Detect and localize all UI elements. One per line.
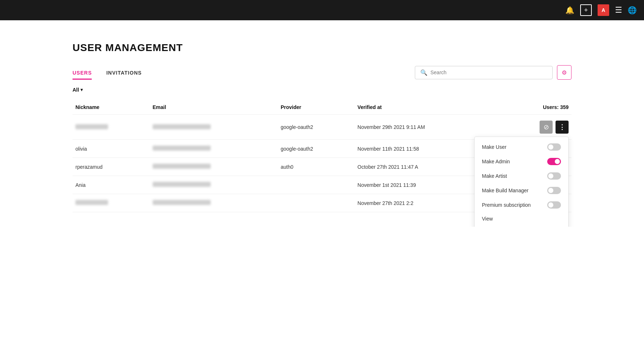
dropdown-make-user[interactable]: Make User — [475, 140, 568, 154]
table-header-row: Nickname Email Provider Verified at User… — [73, 100, 571, 115]
toggle-make-artist[interactable] — [547, 172, 561, 180]
filter-button[interactable]: ⚙ — [557, 65, 571, 80]
dropdown-view[interactable]: View — [475, 212, 568, 225]
dropdown-premium-label: Premium subscription — [482, 202, 531, 208]
cell-actions: ⊘ ⋮ Make User — [501, 115, 571, 140]
dropdown-make-admin-label: Make Admin — [482, 159, 510, 164]
col-verified-at: Verified at — [355, 100, 501, 115]
cell-provider — [278, 194, 355, 212]
top-nav: 🔔 + A ☰ 🌐 — [0, 0, 644, 20]
ban-button[interactable]: ⊘ — [540, 121, 553, 134]
toggle-premium[interactable] — [547, 201, 561, 209]
tabs: USERS INVITATIONS — [73, 70, 142, 80]
col-users-count: Users: 359 — [501, 100, 571, 115]
toggle-knob — [548, 144, 553, 150]
cell-email — [150, 176, 278, 194]
globe-icon[interactable]: 🌐 — [628, 6, 637, 14]
search-input[interactable] — [430, 70, 547, 75]
dropdown-premium-subscription[interactable]: Premium subscription — [475, 198, 568, 212]
blurred-nickname — [75, 124, 108, 129]
filter-row: All ▾ — [73, 87, 571, 93]
search-filter-row: 🔍 ⚙ — [415, 65, 571, 80]
dropdown-make-build-manager[interactable]: Make Build Manager — [475, 183, 568, 198]
cell-email — [150, 158, 278, 176]
table-row: google-oauth2 November 29th 2021 9:11 AM… — [73, 115, 571, 140]
cell-provider: google-oauth2 — [278, 115, 355, 140]
toggle-knob-build-manager — [548, 188, 553, 193]
hamburger-icon[interactable]: ☰ — [615, 5, 622, 15]
cell-nickname — [73, 115, 150, 140]
tabs-search-row: USERS INVITATIONS 🔍 ⚙ — [73, 65, 571, 80]
notification-icon[interactable]: 🔔 — [565, 6, 574, 14]
tab-users[interactable]: USERS — [73, 70, 92, 80]
cell-provider: google-oauth2 — [278, 140, 355, 158]
col-email: Email — [150, 100, 278, 115]
cell-nickname — [73, 194, 150, 212]
dropdown-make-build-manager-label: Make Build Manager — [482, 188, 528, 193]
dropdown-make-admin[interactable]: Make Admin — [475, 154, 568, 169]
toggle-knob-artist — [548, 173, 553, 179]
search-box: 🔍 — [415, 66, 553, 79]
blurred-email — [153, 124, 211, 129]
avatar[interactable]: A — [598, 4, 609, 16]
more-button[interactable]: ⋮ — [556, 121, 569, 134]
dropdown-make-artist-label: Make Artist — [482, 173, 507, 179]
blurred-email — [153, 164, 211, 169]
toggle-knob-premium — [548, 202, 553, 207]
cell-verified: November 29th 2021 9:11 AM — [355, 115, 501, 140]
col-nickname: Nickname — [73, 100, 150, 115]
blurred-email — [153, 182, 211, 187]
page-title: USER MANAGEMENT — [73, 42, 571, 54]
blurred-email — [153, 146, 211, 151]
cell-provider — [278, 176, 355, 194]
toggle-make-admin[interactable] — [547, 158, 561, 165]
chevron-down-icon: ▾ — [80, 87, 83, 92]
cell-email — [150, 194, 278, 212]
toggle-make-build-manager[interactable] — [547, 187, 561, 194]
dropdown-menu: Make User Make Admin — [474, 137, 569, 227]
blurred-nickname — [75, 200, 108, 205]
tab-invitations[interactable]: INVITATIONS — [106, 70, 142, 80]
cell-nickname: olivia — [73, 140, 150, 158]
col-provider: Provider — [278, 100, 355, 115]
filter-icon: ⚙ — [562, 69, 567, 76]
dropdown-delete[interactable]: Delete — [475, 225, 568, 227]
cell-nickname: Ania — [73, 176, 150, 194]
dropdown-view-label: View — [482, 216, 493, 222]
cell-email — [150, 115, 278, 140]
main-content: USER MANAGEMENT USERS INVITATIONS 🔍 ⚙ Al… — [0, 20, 644, 227]
cell-nickname: rperazamud — [73, 158, 150, 176]
cell-email — [150, 140, 278, 158]
blurred-email — [153, 200, 211, 205]
cell-provider: auth0 — [278, 158, 355, 176]
add-button[interactable]: + — [580, 4, 592, 16]
action-cell: ⊘ ⋮ Make User — [504, 121, 569, 134]
toggle-knob-admin — [555, 159, 560, 164]
dropdown-make-user-label: Make User — [482, 144, 507, 150]
search-icon: 🔍 — [420, 69, 428, 76]
all-dropdown[interactable]: All ▾ — [73, 87, 571, 93]
dropdown-make-artist[interactable]: Make Artist — [475, 169, 568, 183]
user-table: Nickname Email Provider Verified at User… — [73, 100, 571, 212]
toggle-make-user[interactable] — [547, 143, 561, 151]
